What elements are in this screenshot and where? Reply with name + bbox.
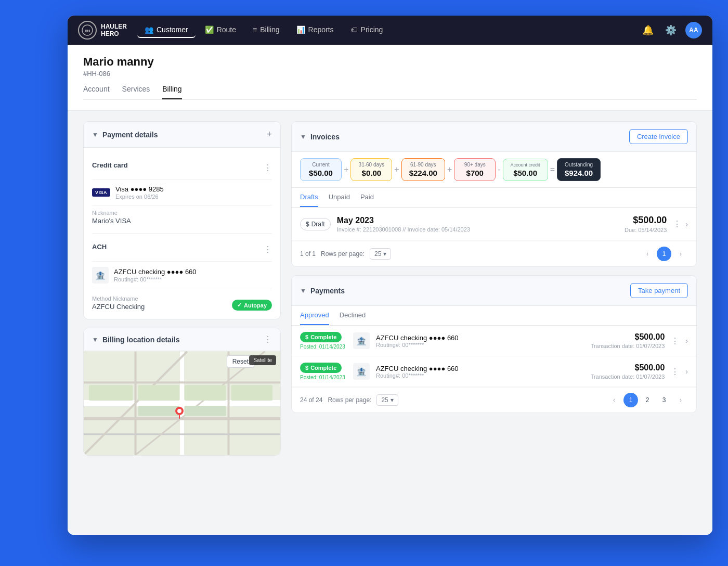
dollar-circle-icon-2: $ <box>305 365 308 371</box>
nav-item-pricing[interactable]: 🏷 Pricing <box>343 22 391 38</box>
payment-rows-select[interactable]: 25 ▾ <box>376 394 398 406</box>
payment-page-1-button[interactable]: 1 <box>623 393 638 407</box>
invoice-summary: Current $50.00 + 31-60 days $0.00 + 61-9… <box>292 152 696 188</box>
billing-location-card: ▼ Billing location details ⋮ <box>83 328 281 456</box>
nav-bar: HH HAULERHERO 👥 Customer ✅ Route ≡ Billi… <box>68 16 712 45</box>
payment-bank-1: AZFCU checking ●●●● 660 Routing#: 00****… <box>376 334 584 348</box>
satellite-button[interactable]: Satellite <box>249 355 276 365</box>
nav-item-reports[interactable]: 📊 Reports <box>289 22 341 38</box>
create-invoice-button[interactable]: Create invoice <box>629 129 688 144</box>
invoice-tab-paid[interactable]: Paid <box>360 188 374 207</box>
invoice-page-nav: ‹ 1 › <box>640 247 688 261</box>
visa-card-text: Visa ●●●● 9285 Expires on 06/26 <box>115 185 164 200</box>
complete-badge-2: $ Complete <box>300 363 342 373</box>
payment-page-nav: ‹ 1 2 3 › <box>607 393 688 407</box>
tab-services[interactable]: Services <box>122 85 150 99</box>
invoice-menu-icon[interactable]: ⋮ <box>673 219 681 229</box>
invoice-row-actions: ⋮ › <box>673 219 688 229</box>
payment-details-body: Credit card ⋮ VISA Visa ●●●● 9285 Expire… <box>84 148 280 319</box>
ach-nickname: Method Nickname AZFCU Checking <box>92 291 145 311</box>
plus-separator-3: + <box>447 165 452 174</box>
invoice-pagination: 1 of 1 Rows per page: 25 ▾ ‹ 1 › <box>292 241 696 266</box>
payment-details-header: ▼ Payment details + <box>84 122 280 148</box>
billing-location-title: ▼ Billing location details <box>92 336 179 344</box>
ach-detail: 🏦 AZFCU checking ●●●● 660 Routing#: 00**… <box>92 262 272 289</box>
payment-tabs: Approved Declined <box>292 306 696 326</box>
next-payment-page-button[interactable]: › <box>673 393 688 407</box>
invoice-info: May 2023 Invoice #: 221203001008 // Invo… <box>337 216 618 233</box>
payment-chevron-icon-1[interactable]: › <box>685 337 688 345</box>
credit-card-item: Credit card ⋮ <box>92 156 272 180</box>
next-page-button[interactable]: › <box>673 247 688 261</box>
payment-menu-icon-2[interactable]: ⋮ <box>671 367 679 377</box>
svg-rect-13 <box>185 385 226 401</box>
app-logo: HH HAULERHERO <box>78 21 127 40</box>
svg-rect-17 <box>231 385 273 401</box>
page-1-button[interactable]: 1 <box>657 247 671 261</box>
invoice-rows-select[interactable]: 25 ▾ <box>370 248 391 260</box>
nav-item-billing[interactable]: ≡ Billing <box>245 22 287 38</box>
payment-details-card: ▼ Payment details + Credit card ⋮ <box>83 121 281 319</box>
tab-billing[interactable]: Billing <box>162 85 181 99</box>
chevron-down-icon: ▼ <box>300 287 306 294</box>
user-avatar[interactable]: AA <box>685 22 702 38</box>
summary-credit: Account credit $50.00 <box>503 159 548 181</box>
ach-menu-icon[interactable]: ⋮ <box>264 245 272 254</box>
prev-payment-page-button[interactable]: ‹ <box>607 393 621 407</box>
minus-separator: - <box>498 165 500 174</box>
summary-61-90: 61-90 days $224.00 <box>401 158 445 181</box>
visa-badge: VISA <box>92 188 110 197</box>
invoice-tabs: Drafts Unpaid Paid <box>292 188 696 208</box>
chevron-down-icon: ▾ <box>383 250 386 258</box>
payment-tab-declined[interactable]: Declined <box>340 306 366 325</box>
logo-icon: HH <box>78 21 97 40</box>
invoice-tab-unpaid[interactable]: Unpaid <box>329 188 350 207</box>
add-payment-button[interactable]: + <box>266 129 272 140</box>
payment-pagination: 24 of 24 Rows per page: 25 ▾ ‹ 1 2 3 › <box>292 387 696 413</box>
payment-tab-approved[interactable]: Approved <box>300 306 329 325</box>
take-payment-button[interactable]: Take payment <box>630 283 688 298</box>
right-column: ▼ Invoices Create invoice Current $50.00… <box>291 121 697 535</box>
payment-row-1: $ Complete Posted: 01/14/2023 🏦 AZFCU ch… <box>292 326 696 356</box>
autopay-badge: ✓ Autopay <box>232 300 272 311</box>
nav-item-route[interactable]: ✅ Route <box>198 22 243 38</box>
invoice-tab-drafts[interactable]: Drafts <box>300 188 318 207</box>
chevron-down-icon: ▾ <box>391 396 394 404</box>
notification-icon[interactable]: 🔔 <box>640 22 656 38</box>
dollar-icon: $ <box>306 221 309 228</box>
payment-chevron-icon-2[interactable]: › <box>685 367 688 376</box>
credit-card-section: Credit card ⋮ VISA Visa ●●●● 9285 Expire… <box>92 156 272 225</box>
visa-card-detail: VISA Visa ●●●● 9285 Expires on 06/26 <box>92 180 272 205</box>
svg-point-19 <box>177 409 181 413</box>
pricing-nav-icon: 🏷 <box>350 25 358 34</box>
invoice-chevron-icon[interactable]: › <box>685 220 688 228</box>
summary-outstanding: Outstanding $924.00 <box>557 158 601 181</box>
payment-page-3-button[interactable]: 3 <box>657 393 671 407</box>
plus-separator-2: + <box>394 165 399 174</box>
bank-icon-2: 🏦 <box>353 363 370 380</box>
svg-rect-12 <box>138 385 179 401</box>
check-icon: ✓ <box>237 302 242 308</box>
payment-row-2: $ Complete Posted: 01/14/2023 🏦 AZFCU ch… <box>292 356 696 387</box>
nav-right: 🔔 ⚙️ AA <box>640 22 702 38</box>
credit-card-menu-icon[interactable]: ⋮ <box>264 163 272 173</box>
customer-header: Mario manny #HH-086 Account Services Bil… <box>68 45 712 111</box>
customer-tabs: Account Services Billing <box>83 85 697 100</box>
credit-card-nickname: Nickname Mario's VISA <box>92 210 272 225</box>
bank-icon: 🏦 <box>92 267 109 284</box>
tab-account[interactable]: Account <box>83 85 110 99</box>
prev-page-button[interactable]: ‹ <box>640 247 655 261</box>
ach-label-row: ACH ⋮ <box>92 238 272 262</box>
map-container: Reset Satellite <box>84 351 280 455</box>
divider <box>92 233 272 234</box>
draft-badge: $ Draft <box>300 218 331 230</box>
payment-page-2-button[interactable]: 2 <box>640 393 655 407</box>
settings-icon[interactable]: ⚙️ <box>662 22 679 38</box>
svg-rect-15 <box>185 406 226 416</box>
payment-menu-icon-1[interactable]: ⋮ <box>671 336 679 346</box>
complete-badge-1: $ Complete <box>300 332 342 342</box>
billing-location-menu-icon[interactable]: ⋮ <box>264 335 272 344</box>
customer-name: Mario manny <box>83 55 697 69</box>
nav-item-customer[interactable]: 👥 Customer <box>137 22 196 38</box>
chevron-down-icon: ▼ <box>92 131 98 138</box>
